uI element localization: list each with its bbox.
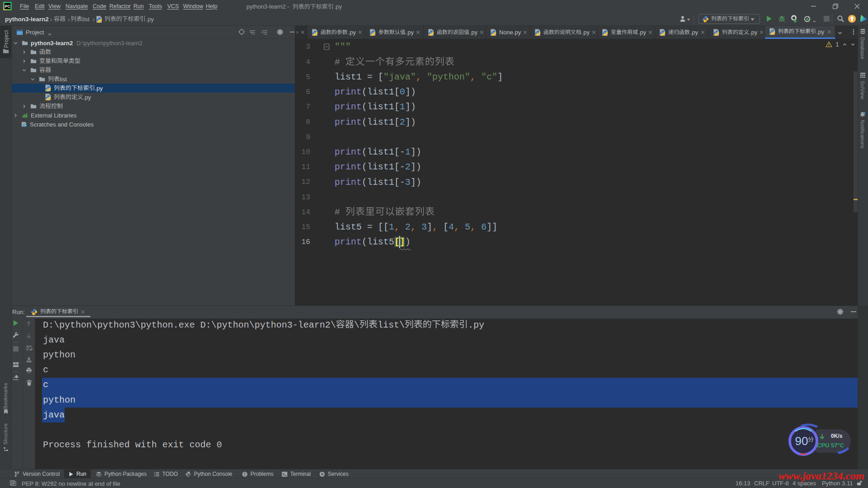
svg-text:PC: PC: [5, 4, 11, 9]
